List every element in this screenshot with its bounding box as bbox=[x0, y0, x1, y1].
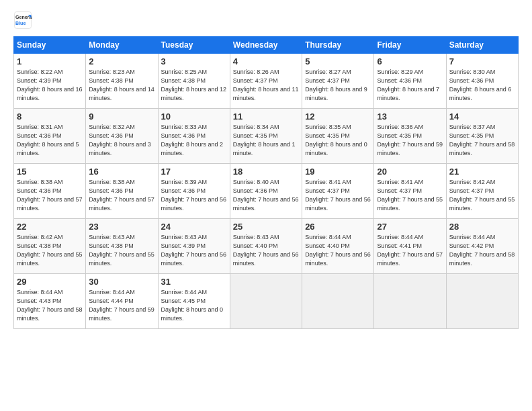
day-info: Sunrise: 8:33 AM Sunset: 4:36 PM Dayligh… bbox=[161, 123, 227, 158]
calendar-cell: 2 Sunrise: 8:23 AM Sunset: 4:38 PM Dayli… bbox=[86, 54, 158, 109]
calendar-cell: 29 Sunrise: 8:44 AM Sunset: 4:43 PM Dayl… bbox=[14, 274, 86, 329]
day-header-saturday: Saturday bbox=[446, 37, 518, 54]
day-number: 28 bbox=[449, 222, 515, 232]
calendar-cell: 15 Sunrise: 8:38 AM Sunset: 4:36 PM Dayl… bbox=[14, 164, 86, 219]
calendar-cell: 12 Sunrise: 8:35 AM Sunset: 4:35 PM Dayl… bbox=[302, 109, 374, 164]
calendar-cell: 10 Sunrise: 8:33 AM Sunset: 4:36 PM Dayl… bbox=[158, 109, 230, 164]
calendar-cell: 11 Sunrise: 8:34 AM Sunset: 4:35 PM Dayl… bbox=[230, 109, 302, 164]
day-number: 5 bbox=[305, 56, 371, 66]
day-info: Sunrise: 8:44 AM Sunset: 4:43 PM Dayligh… bbox=[17, 288, 83, 323]
day-number: 8 bbox=[17, 111, 83, 122]
day-info: Sunrise: 8:34 AM Sunset: 4:35 PM Dayligh… bbox=[233, 123, 299, 158]
day-number: 31 bbox=[161, 277, 227, 287]
day-number: 15 bbox=[17, 167, 83, 177]
day-number: 29 bbox=[17, 277, 83, 287]
day-info: Sunrise: 8:43 AM Sunset: 4:40 PM Dayligh… bbox=[233, 233, 299, 268]
calendar-cell: 6 Sunrise: 8:29 AM Sunset: 4:36 PM Dayli… bbox=[374, 54, 446, 109]
calendar-cell bbox=[374, 274, 446, 329]
calendar-cell: 27 Sunrise: 8:44 AM Sunset: 4:41 PM Dayl… bbox=[374, 219, 446, 274]
day-info: Sunrise: 8:40 AM Sunset: 4:36 PM Dayligh… bbox=[233, 178, 299, 213]
day-info: Sunrise: 8:38 AM Sunset: 4:36 PM Dayligh… bbox=[17, 178, 83, 213]
calendar-cell: 25 Sunrise: 8:43 AM Sunset: 4:40 PM Dayl… bbox=[230, 219, 302, 274]
svg-text:Blue: Blue bbox=[15, 21, 26, 26]
day-info: Sunrise: 8:25 AM Sunset: 4:38 PM Dayligh… bbox=[161, 68, 227, 103]
day-number: 18 bbox=[233, 167, 299, 177]
day-info: Sunrise: 8:41 AM Sunset: 4:37 PM Dayligh… bbox=[305, 178, 371, 213]
day-info: Sunrise: 8:44 AM Sunset: 4:44 PM Dayligh… bbox=[89, 288, 154, 323]
day-number: 26 bbox=[305, 222, 371, 232]
calendar-cell: 26 Sunrise: 8:44 AM Sunset: 4:40 PM Dayl… bbox=[302, 219, 374, 274]
day-number: 21 bbox=[449, 167, 515, 177]
day-info: Sunrise: 8:32 AM Sunset: 4:36 PM Dayligh… bbox=[89, 123, 154, 158]
day-number: 9 bbox=[89, 111, 154, 122]
day-info: Sunrise: 8:42 AM Sunset: 4:37 PM Dayligh… bbox=[449, 178, 515, 213]
day-info: Sunrise: 8:44 AM Sunset: 4:40 PM Dayligh… bbox=[305, 233, 371, 268]
calendar-cell bbox=[446, 274, 518, 329]
calendar-cell: 31 Sunrise: 8:44 AM Sunset: 4:45 PM Dayl… bbox=[158, 274, 230, 329]
day-number: 20 bbox=[377, 167, 443, 177]
day-number: 30 bbox=[89, 277, 154, 287]
day-header-thursday: Thursday bbox=[302, 37, 374, 54]
day-number: 16 bbox=[89, 167, 154, 177]
calendar-cell: 14 Sunrise: 8:37 AM Sunset: 4:35 PM Dayl… bbox=[446, 109, 518, 164]
day-info: Sunrise: 8:43 AM Sunset: 4:38 PM Dayligh… bbox=[89, 233, 154, 268]
header: General Blue bbox=[13, 11, 519, 30]
calendar-cell: 17 Sunrise: 8:39 AM Sunset: 4:36 PM Dayl… bbox=[158, 164, 230, 219]
calendar-cell: 21 Sunrise: 8:42 AM Sunset: 4:37 PM Dayl… bbox=[446, 164, 518, 219]
day-info: Sunrise: 8:44 AM Sunset: 4:45 PM Dayligh… bbox=[161, 288, 227, 323]
calendar: SundayMondayTuesdayWednesdayThursdayFrid… bbox=[13, 36, 519, 329]
day-info: Sunrise: 8:31 AM Sunset: 4:36 PM Dayligh… bbox=[17, 123, 83, 158]
calendar-cell: 1 Sunrise: 8:22 AM Sunset: 4:39 PM Dayli… bbox=[14, 54, 86, 109]
day-number: 17 bbox=[161, 167, 227, 177]
calendar-cell: 5 Sunrise: 8:27 AM Sunset: 4:37 PM Dayli… bbox=[302, 54, 374, 109]
calendar-cell: 13 Sunrise: 8:36 AM Sunset: 4:35 PM Dayl… bbox=[374, 109, 446, 164]
day-number: 1 bbox=[17, 56, 83, 66]
day-info: Sunrise: 8:44 AM Sunset: 4:41 PM Dayligh… bbox=[377, 233, 443, 268]
day-header-wednesday: Wednesday bbox=[230, 37, 302, 54]
day-info: Sunrise: 8:35 AM Sunset: 4:35 PM Dayligh… bbox=[305, 123, 371, 158]
calendar-header-row: SundayMondayTuesdayWednesdayThursdayFrid… bbox=[14, 37, 519, 54]
svg-rect-0 bbox=[15, 12, 32, 29]
calendar-cell bbox=[302, 274, 374, 329]
calendar-cell: 16 Sunrise: 8:38 AM Sunset: 4:36 PM Dayl… bbox=[86, 164, 158, 219]
day-number: 10 bbox=[161, 111, 227, 122]
day-info: Sunrise: 8:23 AM Sunset: 4:38 PM Dayligh… bbox=[89, 68, 154, 103]
calendar-week-4: 22 Sunrise: 8:42 AM Sunset: 4:38 PM Dayl… bbox=[14, 219, 519, 274]
day-info: Sunrise: 8:38 AM Sunset: 4:36 PM Dayligh… bbox=[89, 178, 154, 213]
calendar-cell: 4 Sunrise: 8:26 AM Sunset: 4:37 PM Dayli… bbox=[230, 54, 302, 109]
calendar-cell: 19 Sunrise: 8:41 AM Sunset: 4:37 PM Dayl… bbox=[302, 164, 374, 219]
calendar-cell: 3 Sunrise: 8:25 AM Sunset: 4:38 PM Dayli… bbox=[158, 54, 230, 109]
calendar-cell: 23 Sunrise: 8:43 AM Sunset: 4:38 PM Dayl… bbox=[86, 219, 158, 274]
day-info: Sunrise: 8:42 AM Sunset: 4:38 PM Dayligh… bbox=[17, 233, 83, 268]
logo: General Blue bbox=[13, 11, 35, 30]
day-header-sunday: Sunday bbox=[14, 37, 86, 54]
day-number: 2 bbox=[89, 56, 154, 66]
calendar-cell: 22 Sunrise: 8:42 AM Sunset: 4:38 PM Dayl… bbox=[14, 219, 86, 274]
day-number: 24 bbox=[161, 222, 227, 232]
day-info: Sunrise: 8:37 AM Sunset: 4:35 PM Dayligh… bbox=[449, 123, 515, 158]
page: General Blue SundayMondayTuesdayWednesda… bbox=[0, 0, 532, 411]
day-number: 14 bbox=[449, 111, 515, 122]
day-number: 23 bbox=[89, 222, 154, 232]
day-info: Sunrise: 8:43 AM Sunset: 4:39 PM Dayligh… bbox=[161, 233, 227, 268]
day-number: 22 bbox=[17, 222, 83, 232]
day-number: 6 bbox=[377, 56, 443, 66]
calendar-cell bbox=[230, 274, 302, 329]
logo-icon: General Blue bbox=[13, 11, 32, 30]
calendar-week-2: 8 Sunrise: 8:31 AM Sunset: 4:36 PM Dayli… bbox=[14, 109, 519, 164]
day-number: 4 bbox=[233, 56, 299, 66]
calendar-cell: 28 Sunrise: 8:44 AM Sunset: 4:42 PM Dayl… bbox=[446, 219, 518, 274]
day-info: Sunrise: 8:41 AM Sunset: 4:37 PM Dayligh… bbox=[377, 178, 443, 213]
day-info: Sunrise: 8:30 AM Sunset: 4:36 PM Dayligh… bbox=[449, 68, 515, 103]
day-info: Sunrise: 8:22 AM Sunset: 4:39 PM Dayligh… bbox=[17, 68, 83, 103]
day-header-monday: Monday bbox=[86, 37, 158, 54]
day-number: 25 bbox=[233, 222, 299, 232]
day-number: 11 bbox=[233, 111, 299, 122]
calendar-week-5: 29 Sunrise: 8:44 AM Sunset: 4:43 PM Dayl… bbox=[14, 274, 519, 329]
day-info: Sunrise: 8:27 AM Sunset: 4:37 PM Dayligh… bbox=[305, 68, 371, 103]
day-info: Sunrise: 8:36 AM Sunset: 4:35 PM Dayligh… bbox=[377, 123, 443, 158]
calendar-cell: 30 Sunrise: 8:44 AM Sunset: 4:44 PM Dayl… bbox=[86, 274, 158, 329]
day-number: 7 bbox=[449, 56, 515, 66]
day-header-friday: Friday bbox=[374, 37, 446, 54]
day-header-tuesday: Tuesday bbox=[158, 37, 230, 54]
